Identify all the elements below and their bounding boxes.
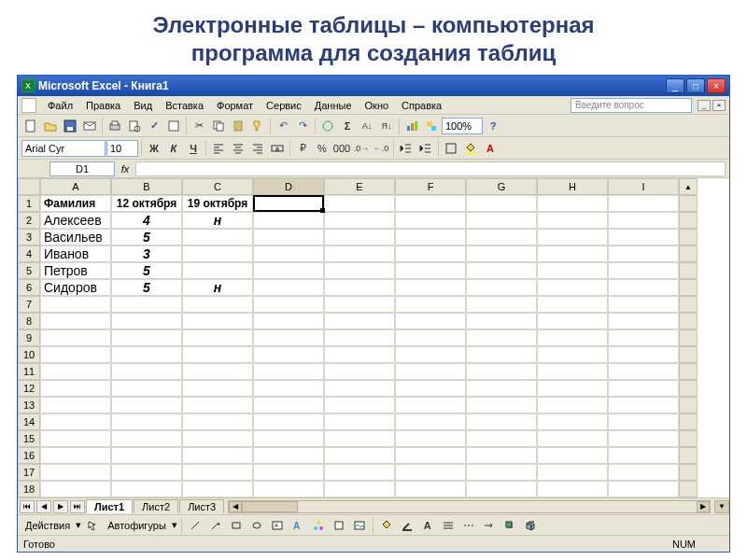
print-preview-button[interactable] bbox=[125, 117, 144, 135]
menu-format[interactable]: Формат bbox=[211, 98, 259, 113]
cell-A7[interactable] bbox=[40, 296, 111, 313]
cell-H14[interactable] bbox=[537, 413, 608, 430]
cell-F17[interactable] bbox=[395, 464, 466, 481]
vscroll-track-11[interactable] bbox=[679, 363, 698, 380]
row-header-11[interactable]: 11 bbox=[18, 363, 40, 380]
cell-G9[interactable] bbox=[466, 329, 537, 346]
vscroll-track-1[interactable] bbox=[679, 195, 698, 212]
spellcheck-button[interactable]: ✓ bbox=[145, 117, 163, 135]
cell-E12[interactable] bbox=[324, 380, 395, 397]
cell-G8[interactable] bbox=[466, 313, 537, 329]
cell-F9[interactable] bbox=[395, 329, 466, 346]
cell-A2[interactable]: Алексеев bbox=[40, 212, 111, 229]
cell-B17[interactable] bbox=[111, 464, 182, 481]
cell-C7[interactable] bbox=[182, 296, 253, 313]
help-search-input[interactable]: Введите вопрос bbox=[571, 98, 692, 113]
column-header-H[interactable]: H bbox=[537, 178, 608, 195]
cell-D4[interactable] bbox=[253, 245, 324, 262]
workbook-icon[interactable] bbox=[21, 98, 36, 113]
cell-H15[interactable] bbox=[537, 430, 608, 447]
cell-G12[interactable] bbox=[466, 380, 537, 397]
cell-G11[interactable] bbox=[466, 363, 537, 380]
cell-B4[interactable]: 3 bbox=[111, 245, 182, 262]
cell-C4[interactable] bbox=[182, 245, 253, 262]
shadow-style-button[interactable] bbox=[500, 516, 519, 535]
cell-B1[interactable]: 12 октября bbox=[111, 195, 182, 212]
cell-I18[interactable] bbox=[608, 481, 679, 497]
sort-asc-button[interactable]: А↓ bbox=[358, 117, 376, 135]
arrow-style-button[interactable] bbox=[480, 516, 499, 535]
merge-center-button[interactable]: a bbox=[268, 139, 287, 158]
dash-style-button[interactable] bbox=[459, 516, 478, 535]
sheet-tab-2[interactable]: Лист2 bbox=[134, 499, 178, 513]
cell-B15[interactable] bbox=[111, 430, 182, 447]
cell-I1[interactable] bbox=[608, 195, 679, 212]
cell-B13[interactable] bbox=[111, 397, 182, 413]
column-header-D[interactable]: D bbox=[253, 178, 324, 195]
cell-I17[interactable] bbox=[608, 464, 679, 481]
hyperlink-button[interactable] bbox=[318, 117, 337, 135]
cell-C3[interactable] bbox=[182, 229, 253, 245]
cell-I4[interactable] bbox=[608, 245, 679, 262]
cell-C5[interactable] bbox=[182, 262, 253, 279]
cell-A6[interactable]: Сидоров bbox=[40, 279, 111, 296]
undo-button[interactable]: ↶ bbox=[274, 117, 292, 135]
cell-D9[interactable] bbox=[253, 329, 324, 346]
print-button[interactable] bbox=[106, 117, 124, 135]
cell-F5[interactable] bbox=[395, 262, 466, 279]
cell-I13[interactable] bbox=[608, 397, 679, 413]
menu-tools[interactable]: Сервис bbox=[261, 98, 307, 113]
paste-button[interactable] bbox=[229, 117, 247, 135]
cell-B14[interactable] bbox=[111, 413, 182, 430]
cell-H12[interactable] bbox=[537, 380, 608, 397]
cell-I2[interactable] bbox=[608, 212, 679, 229]
cell-F2[interactable] bbox=[395, 212, 466, 229]
worksheet-grid[interactable]: ABCDEFGHI▲1Фамилия12 октября19 октября2А… bbox=[18, 178, 729, 497]
underline-button[interactable]: Ч bbox=[184, 139, 203, 158]
horizontal-scrollbar[interactable]: ◀ ▶ bbox=[228, 500, 711, 513]
cell-F11[interactable] bbox=[395, 363, 466, 380]
vscroll-track-4[interactable] bbox=[679, 245, 698, 262]
cell-D5[interactable] bbox=[253, 262, 324, 279]
diagram-button[interactable] bbox=[309, 516, 328, 535]
cell-A8[interactable] bbox=[40, 313, 111, 329]
cell-A18[interactable] bbox=[40, 481, 111, 497]
column-header-I[interactable]: I bbox=[608, 178, 679, 195]
cell-G17[interactable] bbox=[466, 464, 537, 481]
cell-A10[interactable] bbox=[40, 346, 111, 363]
menu-insert[interactable]: Вставка bbox=[160, 98, 209, 113]
cell-C15[interactable] bbox=[182, 430, 253, 447]
save-button[interactable] bbox=[61, 117, 79, 135]
cell-G18[interactable] bbox=[466, 481, 537, 497]
cell-H11[interactable] bbox=[537, 363, 608, 380]
chart-wizard-button[interactable] bbox=[402, 117, 421, 135]
cell-E8[interactable] bbox=[324, 313, 395, 329]
fx-icon[interactable]: fx bbox=[119, 162, 132, 175]
cell-D16[interactable] bbox=[253, 447, 324, 464]
cell-C10[interactable] bbox=[182, 346, 253, 363]
increase-indent-button[interactable] bbox=[416, 139, 435, 158]
cell-F4[interactable] bbox=[395, 245, 466, 262]
cell-A3[interactable]: Васильев bbox=[40, 229, 111, 245]
cell-D6[interactable] bbox=[253, 279, 324, 296]
cell-A4[interactable]: Иванов bbox=[40, 245, 111, 262]
borders-button[interactable] bbox=[442, 139, 460, 158]
cell-G4[interactable] bbox=[466, 245, 537, 262]
vscroll-down-icon[interactable]: ▼ bbox=[714, 500, 729, 513]
menu-window[interactable]: Окно bbox=[359, 98, 395, 113]
cell-D10[interactable] bbox=[253, 346, 324, 363]
redo-button[interactable]: ↷ bbox=[293, 117, 312, 135]
decrease-decimal-button[interactable]: ←.0 bbox=[372, 139, 390, 158]
cell-F8[interactable] bbox=[395, 313, 466, 329]
vscroll-track-3[interactable] bbox=[679, 229, 698, 245]
name-box[interactable]: D1 bbox=[49, 161, 115, 176]
cell-H13[interactable] bbox=[537, 397, 608, 413]
arrow-tool-button[interactable] bbox=[206, 516, 225, 535]
close-button[interactable]: × bbox=[707, 78, 726, 93]
mdi-minimize-button[interactable]: _ bbox=[698, 100, 711, 111]
copy-button[interactable] bbox=[209, 117, 228, 135]
line-style-button[interactable] bbox=[439, 516, 458, 535]
cell-A17[interactable] bbox=[40, 464, 111, 481]
cell-D18[interactable] bbox=[253, 481, 324, 497]
cell-D14[interactable] bbox=[253, 413, 324, 430]
